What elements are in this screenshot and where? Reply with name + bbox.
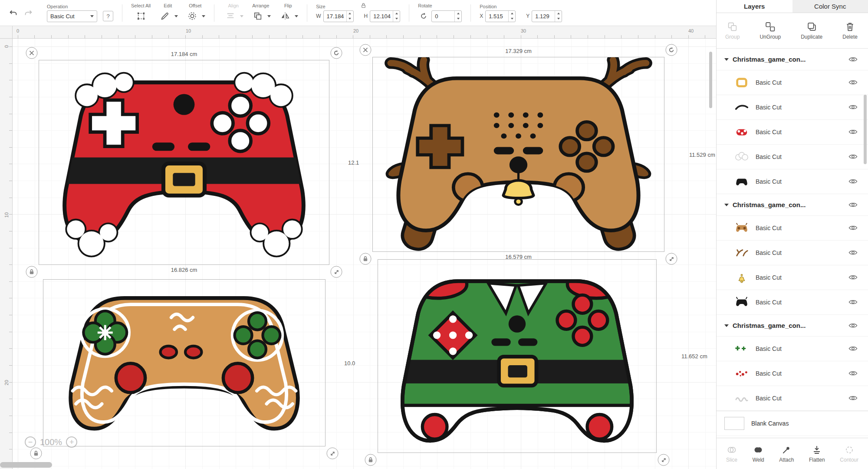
zoom-in-button[interactable]: + bbox=[66, 436, 77, 448]
rotate-stepper[interactable] bbox=[454, 11, 461, 22]
visibility-eye-icon[interactable] bbox=[848, 56, 858, 62]
visibility-eye-icon[interactable] bbox=[848, 274, 858, 280]
layer-row[interactable]: Basic Cut bbox=[717, 169, 868, 194]
visibility-eye-icon[interactable] bbox=[848, 299, 858, 305]
visibility-eye-icon[interactable] bbox=[848, 225, 858, 231]
chevron-down-icon[interactable] bbox=[724, 58, 729, 61]
reindeer-controller-art[interactable] bbox=[373, 57, 664, 251]
canvas-color-swatch[interactable] bbox=[724, 417, 744, 430]
delete-button[interactable]: Delete bbox=[842, 21, 858, 40]
rotate-handle[interactable] bbox=[331, 47, 342, 59]
x-input[interactable] bbox=[486, 11, 508, 22]
design-canvas[interactable]: 17.184 cm 12.1 16.826 cm bbox=[13, 39, 716, 469]
edit-button[interactable] bbox=[158, 10, 172, 23]
canvas-horizontal-scrollbar[interactable] bbox=[0, 462, 52, 468]
chevron-down-icon[interactable] bbox=[267, 15, 271, 17]
zoom-out-button[interactable]: − bbox=[25, 436, 36, 448]
layer-row[interactable]: Basic Cut bbox=[717, 145, 868, 169]
size-link-lock-icon[interactable] bbox=[360, 2, 367, 10]
resize-handle[interactable] bbox=[331, 266, 342, 278]
visibility-eye-icon[interactable] bbox=[848, 104, 858, 110]
lock-handle[interactable] bbox=[360, 253, 372, 265]
visibility-eye-icon[interactable] bbox=[848, 154, 858, 159]
selection-box-gingerbread[interactable]: 10.0 bbox=[43, 279, 326, 446]
layer-row[interactable]: Basic Cut bbox=[717, 95, 868, 120]
layer-row[interactable]: Basic Cut bbox=[717, 386, 868, 411]
tab-color-sync[interactable]: Color Sync bbox=[792, 0, 868, 13]
resize-handle[interactable] bbox=[666, 253, 677, 265]
layer-row[interactable]: Basic Cut bbox=[717, 120, 868, 145]
resize-handle[interactable] bbox=[658, 454, 670, 466]
blank-canvas-row[interactable]: Blank Canvas bbox=[717, 411, 868, 436]
santa-controller-art[interactable] bbox=[39, 60, 329, 264]
selection-box-santa[interactable]: 17.184 cm 12.1 16.826 cm bbox=[39, 60, 329, 265]
ruler-corner bbox=[0, 26, 13, 39]
canvas-vertical-scrollbar[interactable] bbox=[709, 52, 712, 108]
layer-row[interactable]: Basic Cut bbox=[717, 70, 868, 95]
flip-button[interactable] bbox=[278, 10, 293, 23]
flatten-button[interactable]: Flatten bbox=[809, 445, 825, 463]
resize-handle[interactable] bbox=[327, 448, 339, 459]
height-input[interactable] bbox=[370, 11, 393, 22]
layer-group-header[interactable]: Christmas_game_con... bbox=[717, 194, 868, 216]
height-stepper[interactable] bbox=[393, 11, 400, 22]
visibility-eye-icon[interactable] bbox=[848, 79, 858, 85]
lock-handle[interactable] bbox=[26, 266, 38, 278]
layer-row[interactable]: Basic Cut bbox=[717, 241, 868, 265]
ruler-number: 30 bbox=[521, 28, 526, 33]
attach-button[interactable]: Attach bbox=[779, 445, 794, 463]
selection-box-reindeer[interactable]: 17.329 cm 11.529 cm 16.579 cm bbox=[372, 57, 664, 252]
layer-group-header[interactable]: Christmas_game_con... bbox=[717, 315, 868, 337]
visibility-eye-icon[interactable] bbox=[848, 202, 858, 208]
rotate-button[interactable] bbox=[418, 10, 429, 23]
undo-button[interactable] bbox=[6, 7, 21, 20]
width-field bbox=[323, 10, 354, 22]
delete-handle[interactable] bbox=[360, 44, 372, 56]
delete-handle[interactable] bbox=[26, 47, 38, 59]
lock-handle[interactable] bbox=[365, 454, 377, 466]
chevron-down-icon[interactable] bbox=[202, 15, 205, 17]
gingerbread-controller-art[interactable] bbox=[43, 280, 325, 446]
visibility-eye-icon[interactable] bbox=[848, 178, 858, 184]
tab-layers[interactable]: Layers bbox=[717, 0, 792, 13]
arrange-button[interactable] bbox=[250, 10, 265, 23]
layer-group-header[interactable]: Christmas_game_con... bbox=[717, 49, 868, 70]
rotate-input[interactable] bbox=[432, 11, 454, 22]
weld-button[interactable]: Weld bbox=[753, 445, 764, 463]
layer-row[interactable]: Basic Cut bbox=[717, 265, 868, 290]
layers-list: Christmas_game_con... Basic Cut Basic Cu… bbox=[717, 49, 868, 438]
duplicate-button[interactable]: Duplicate bbox=[801, 21, 822, 40]
chevron-down-icon[interactable] bbox=[724, 324, 729, 327]
visibility-eye-icon[interactable] bbox=[848, 395, 858, 401]
visibility-eye-icon[interactable] bbox=[848, 323, 858, 328]
chevron-down-icon[interactable] bbox=[724, 204, 729, 206]
layer-row[interactable]: Basic Cut bbox=[717, 216, 868, 241]
chevron-down-icon[interactable] bbox=[174, 15, 178, 17]
lock-handle[interactable] bbox=[30, 448, 42, 459]
panel-scrollbar[interactable] bbox=[864, 95, 867, 164]
redo-button[interactable] bbox=[21, 7, 36, 20]
visibility-eye-icon[interactable] bbox=[848, 250, 858, 255]
layer-row[interactable]: Basic Cut bbox=[717, 361, 868, 386]
visibility-eye-icon[interactable] bbox=[848, 370, 858, 376]
layer-row[interactable]: Basic Cut bbox=[717, 337, 868, 361]
chevron-down-icon[interactable] bbox=[295, 15, 298, 17]
visibility-eye-icon[interactable] bbox=[848, 346, 858, 351]
x-stepper[interactable] bbox=[508, 11, 515, 22]
y-stepper[interactable] bbox=[555, 11, 562, 22]
edit-label: Edit bbox=[164, 3, 172, 8]
selection-box-elf[interactable]: 11.652 cm bbox=[378, 259, 657, 453]
layer-row[interactable]: Basic Cut bbox=[717, 290, 868, 315]
ungroup-button[interactable]: UnGroup bbox=[760, 21, 781, 40]
rotate-handle[interactable] bbox=[666, 44, 677, 56]
offset-button[interactable] bbox=[185, 10, 200, 23]
help-button[interactable]: ? bbox=[103, 11, 113, 21]
width-stepper[interactable] bbox=[346, 11, 353, 22]
select-all-button[interactable] bbox=[134, 10, 148, 23]
elf-controller-art[interactable] bbox=[378, 260, 656, 452]
visibility-eye-icon[interactable] bbox=[848, 129, 858, 135]
width-input[interactable] bbox=[324, 11, 346, 22]
y-input[interactable] bbox=[532, 11, 555, 22]
zoom-control: − 100% + bbox=[25, 436, 77, 448]
operation-dropdown[interactable]: Basic Cut bbox=[47, 10, 97, 22]
